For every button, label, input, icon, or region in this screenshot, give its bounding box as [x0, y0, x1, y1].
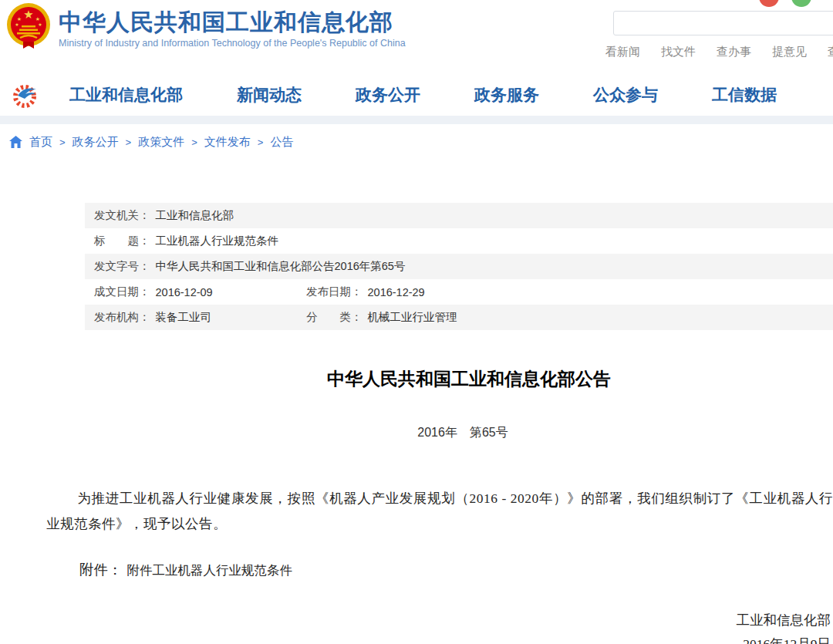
national-emblem-logo[interactable]: ★ ★ ★ ★ ★: [6, 2, 51, 49]
site-title: 中华人民共和国工业和信息化部: [59, 9, 406, 35]
breadcrumb-gov-disclosure[interactable]: 政务公开: [73, 135, 119, 150]
breadcrumb-separator: >: [191, 137, 197, 148]
breadcrumb-separator: >: [258, 137, 264, 148]
meta-row-dates: 成文日期： 2016-12-09 发布日期： 2016-12-29: [85, 279, 833, 305]
svg-text:★: ★: [38, 22, 42, 27]
svg-text:★: ★: [15, 22, 19, 27]
quick-link-services[interactable]: 查办事: [717, 45, 751, 59]
meta-label: 发文机关：: [94, 208, 150, 223]
meta-label: 分 类：: [306, 310, 363, 325]
meta-row-publisher-category: 发布机构： 装备工业司 分 类： 机械工业行业管理: [85, 305, 833, 330]
meta-row-title: 标 题： 工业机器人行业规范条件: [85, 228, 833, 254]
red-dot-icon: [759, 0, 779, 7]
breadcrumb-separator: >: [59, 137, 66, 148]
document-paragraph: 为推进工业机器人行业健康发展，按照《机器人产业发展规划（2016 - 2020年…: [46, 486, 833, 537]
attachment-link[interactable]: 附件工业机器人行业规范条件: [127, 563, 293, 578]
quick-link-documents[interactable]: 找文件: [661, 45, 696, 59]
nav-item-industry-data[interactable]: 工信数据: [712, 84, 777, 106]
home-icon[interactable]: [9, 136, 22, 148]
breadcrumb-home[interactable]: 首页: [29, 135, 52, 150]
meta-label: 成文日期：: [94, 285, 150, 299]
signature-date: 2016年12月9日: [0, 632, 831, 644]
breadcrumb-policy-files[interactable]: 政策文件: [138, 135, 184, 150]
meta-value: 2016-12-29: [368, 286, 425, 298]
document-title: 中华人民共和国工业和信息化部公告: [52, 367, 833, 391]
green-dot-icon: [791, 0, 811, 7]
attachment-row: 附件：附件工业机器人行业规范条件: [79, 560, 833, 579]
quick-link-news[interactable]: 看新闻: [605, 45, 640, 59]
site-subtitle: Ministry of Industry and Information Tec…: [59, 38, 406, 49]
meta-label: 标 题：: [94, 234, 150, 248]
site-brand[interactable]: 中华人民共和国工业和信息化部 Ministry of Industry and …: [59, 9, 406, 49]
nav-item-news[interactable]: 新闻动态: [237, 84, 302, 106]
nav-item-public-participation[interactable]: 公众参与: [593, 84, 658, 106]
meta-label: 发布机构：: [94, 310, 150, 325]
breadcrumb-file-release[interactable]: 文件发布: [204, 135, 251, 150]
nav-item-gov-disclosure[interactable]: 政务公开: [356, 84, 420, 106]
meta-value: 2016-12-09: [156, 286, 213, 298]
quick-links: 看新闻 找文件 查办事 提意见 查数据: [605, 45, 833, 59]
document-body: 为推进工业机器人行业健康发展，按照《机器人产业发展规划（2016 - 2020年…: [0, 486, 833, 644]
svg-text:★: ★: [23, 8, 33, 21]
svg-text:★: ★: [35, 16, 40, 22]
divider-band: [0, 116, 833, 124]
meta-value: 中华人民共和国工业和信息化部公告2016年第65号: [156, 259, 406, 274]
signature-block: 工业和信息化部 2016年12月9日: [0, 609, 833, 644]
breadcrumb-separator: >: [126, 137, 132, 148]
meta-label: 发布日期：: [306, 285, 363, 299]
breadcrumb: 首页 > 政务公开 > 政策文件 > 文件发布 > 公告: [0, 124, 833, 160]
svg-text:★: ★: [17, 16, 22, 22]
meta-value: 机械工业行业管理: [368, 310, 457, 325]
search-input[interactable]: [613, 11, 833, 35]
meta-value: 工业机器人行业规范条件: [156, 234, 279, 248]
nav-items: 工业和信息化部 新闻动态 政务公开 政务服务 公众参与 工信数据: [69, 84, 777, 106]
document-number: 2016年 第65号: [46, 425, 833, 441]
main-nav: 工业和信息化部 新闻动态 政务公开 政务服务 公众参与 工信数据: [0, 73, 833, 116]
site-header: ★ ★ ★ ★ ★ 中华人民共和国工业和信息化部 Ministry of Ind…: [0, 0, 833, 73]
quick-link-feedback[interactable]: 提意见: [772, 45, 807, 59]
meta-label: 发文字号：: [94, 259, 150, 274]
meta-value: 装备工业司: [156, 310, 212, 325]
meta-row-doc-number: 发文字号： 中华人民共和国工业和信息化部公告2016年第65号: [85, 254, 833, 279]
breadcrumb-announcement[interactable]: 公告: [270, 135, 293, 150]
nav-item-gov-services[interactable]: 政务服务: [474, 84, 539, 106]
document-meta-table: 发文机关： 工业和信息化部 标 题： 工业机器人行业规范条件 发文字号： 中华人…: [85, 203, 833, 330]
miit-gear-logo-icon[interactable]: [12, 79, 42, 110]
nav-item-miit[interactable]: 工业和信息化部: [69, 84, 183, 106]
attachment-label: 附件：: [79, 562, 123, 578]
meta-value: 工业和信息化部: [156, 208, 234, 223]
signature-org: 工业和信息化部: [0, 609, 831, 632]
meta-row-issuing-authority: 发文机关： 工业和信息化部: [85, 203, 833, 228]
quick-link-data[interactable]: 查数据: [828, 45, 833, 59]
